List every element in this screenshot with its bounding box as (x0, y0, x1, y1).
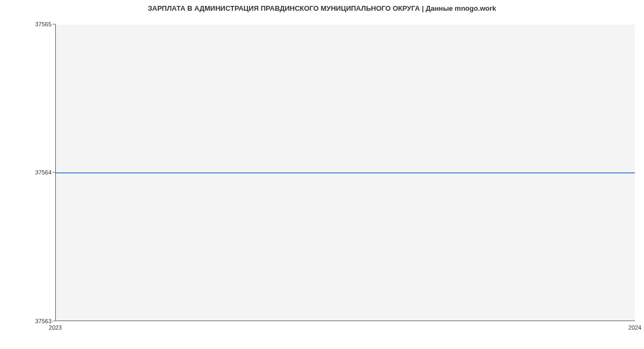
x-tick-label: 2024 (628, 324, 641, 331)
y-tick-label: 37565 (3, 21, 52, 27)
plot-area (55, 24, 635, 321)
x-tick-label: 2023 (49, 324, 62, 331)
gridline (56, 24, 635, 25)
chart-title: ЗАРПЛАТА В АДМИНИСТРАЦИЯ ПРАВДИНСКОГО МУ… (0, 4, 644, 12)
y-tick-label: 37564 (3, 169, 52, 176)
y-tick-label: 37563 (3, 318, 52, 324)
line-chart: ЗАРПЛАТА В АДМИНИСТРАЦИЯ ПРАВДИНСКОГО МУ… (0, 0, 644, 349)
series-line (56, 172, 635, 173)
